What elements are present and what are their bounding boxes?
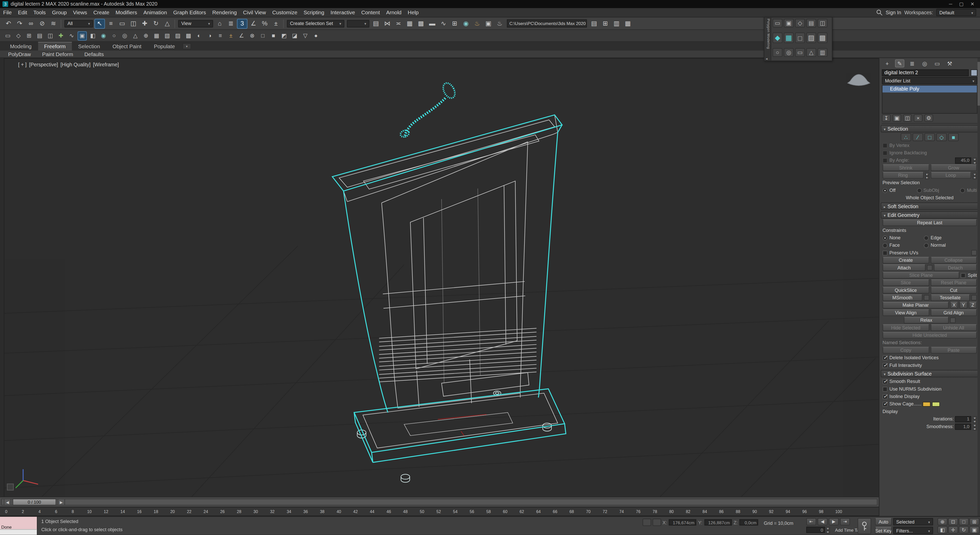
view-align-button[interactable]: View Align: [883, 309, 929, 316]
zoom-icon[interactable]: ⊕: [937, 518, 947, 525]
layer-explorer-icon[interactable]: ▩: [416, 18, 426, 28]
by-angle-checkbox[interactable]: By Angle:: [883, 157, 909, 163]
render-production-icon[interactable]: ♨: [494, 18, 505, 28]
pm-icon[interactable]: ○: [773, 48, 783, 57]
pin-stack-icon[interactable]: ↧: [882, 114, 891, 122]
timeline-ruler[interactable]: 0246810121416182022242628303234363840424…: [0, 507, 879, 516]
smoothness-value[interactable]: 1,0: [955, 423, 971, 429]
current-frame-field[interactable]: 0: [806, 527, 825, 533]
close-button[interactable]: ✕: [970, 1, 974, 7]
go-to-end-icon[interactable]: ⇥: [840, 518, 850, 525]
viewport-label-segment[interactable]: [ + ]: [18, 62, 27, 67]
pm-polygon-icon[interactable]: ▦: [784, 32, 794, 43]
hide-unselected-button[interactable]: Hide Unselected: [883, 332, 977, 338]
menu-item[interactable]: File: [0, 10, 15, 16]
polygon-mode-icon[interactable]: ◇: [936, 133, 947, 141]
isolate-selection-icon[interactable]: [643, 519, 651, 526]
rollout-soft-selection-header[interactable]: Soft Selection: [881, 202, 979, 210]
auto-key-button[interactable]: Auto: [875, 518, 892, 525]
ribbon-icon[interactable]: ▧: [162, 31, 172, 40]
spinner-snap-icon[interactable]: ±: [270, 18, 281, 28]
menu-item[interactable]: Modifiers: [113, 10, 140, 16]
set-key-mode-button[interactable]: Set Key: [875, 527, 892, 534]
detach-button[interactable]: Detach: [934, 264, 977, 271]
tab-populate[interactable]: Populate: [148, 42, 181, 51]
viewport-canvas[interactable]: [4, 59, 879, 497]
unlink-selection-icon[interactable]: ⊘: [37, 18, 48, 28]
ribbon-icon[interactable]: ◇: [14, 31, 23, 40]
menu-item[interactable]: Scripting: [301, 10, 327, 16]
pan-icon[interactable]: ✛: [948, 526, 958, 533]
select-and-scale-icon[interactable]: △: [162, 18, 172, 28]
menu-item[interactable]: Help: [404, 10, 422, 16]
loop-button[interactable]: Loop: [930, 172, 971, 179]
hierarchy-tab-icon[interactable]: ≣: [907, 59, 917, 68]
split-checkbox[interactable]: Split: [961, 273, 977, 278]
play-icon[interactable]: ▶: [829, 518, 838, 525]
frame-spinner[interactable]: [826, 527, 830, 533]
iterations-value[interactable]: 1: [955, 416, 971, 422]
ribbon-icon[interactable]: ◪: [290, 31, 299, 40]
tab-modeling[interactable]: Modeling: [4, 42, 38, 51]
select-and-move-icon[interactable]: ✚: [139, 18, 150, 28]
ribbon-icon[interactable]: ◧: [88, 31, 97, 40]
menu-item[interactable]: Civil View: [240, 10, 269, 16]
constraint-face-radio[interactable]: Face: [883, 242, 923, 248]
z-coordinate-field[interactable]: 0,0cm: [740, 519, 758, 525]
key-selection-dropdown[interactable]: Selected: [893, 518, 933, 525]
menu-item[interactable]: Rendering: [209, 10, 240, 16]
project-folder-field[interactable]: C:\Users\PC\Documents\3ds Max 2020: [507, 19, 587, 27]
msmooth-settings-icon[interactable]: [923, 295, 929, 300]
bind-to-space-warp-icon[interactable]: ≋: [48, 18, 59, 28]
ribbon-panel-label[interactable]: PolyDraw: [3, 51, 37, 57]
ribbon-icon[interactable]: ◐: [194, 31, 204, 40]
ribbon-icon[interactable]: ▦: [152, 31, 161, 40]
reset-plane-button[interactable]: Reset Plane: [930, 279, 977, 286]
menu-item[interactable]: Views: [70, 10, 90, 16]
edit-named-selection-sets-icon[interactable]: ▤: [371, 18, 381, 28]
shrink-button[interactable]: Shrink: [883, 164, 929, 171]
toolbar-extra-icon[interactable]: ▤: [589, 18, 600, 28]
search-icon[interactable]: [876, 10, 882, 16]
ring-spinner[interactable]: [924, 172, 929, 178]
selection-filter-dropdown[interactable]: All: [64, 20, 93, 27]
ribbon-icon[interactable]: ◫: [46, 31, 55, 40]
redo-icon[interactable]: ↷: [14, 18, 25, 28]
minimize-button[interactable]: ─: [949, 1, 952, 7]
smooth-result-checkbox[interactable]: Smooth Result: [883, 379, 920, 384]
tab-object-paint[interactable]: Object Paint: [106, 42, 148, 51]
viewport-label-segment[interactable]: [Perspective]: [29, 62, 58, 67]
ribbon-icon[interactable]: ◩: [280, 31, 289, 40]
slice-button[interactable]: Slice: [883, 279, 929, 286]
named-selection-set-field[interactable]: [347, 20, 369, 27]
tab-selection[interactable]: Selection: [72, 42, 107, 51]
ribbon-panel-label[interactable]: Paint Deform: [37, 51, 79, 57]
ignore-backfacing-checkbox[interactable]: Ignore Backfacing: [883, 150, 927, 156]
time-slider-handle[interactable]: 0 / 100: [13, 498, 56, 505]
ribbon-icon[interactable]: ◑: [205, 31, 215, 40]
remove-modifier-icon[interactable]: ×: [914, 114, 922, 122]
ribbon-icon[interactable]: ■: [269, 31, 278, 40]
menu-item[interactable]: Tools: [30, 10, 49, 16]
ribbon-overflow-icon[interactable]: [183, 43, 191, 49]
ribbon-toggle-icon[interactable]: ▬: [427, 18, 438, 28]
preserve-uvs-checkbox[interactable]: Preserve UVs: [883, 250, 918, 256]
attach-button[interactable]: Attach: [883, 264, 926, 271]
msmooth-button[interactable]: MSmooth: [883, 294, 922, 301]
panel-scrollbar[interactable]: [977, 58, 980, 516]
by-angle-spinner[interactable]: [973, 157, 977, 163]
slice-plane-button[interactable]: Slice Plane: [883, 272, 959, 279]
microphone[interactable]: [400, 81, 457, 138]
loop-spinner[interactable]: [973, 172, 977, 178]
show-cage-checkbox[interactable]: Show Cage......: [883, 401, 921, 407]
x-coordinate-field[interactable]: 176,674cm: [669, 519, 697, 525]
preview-off-radio[interactable]: Off: [883, 187, 896, 193]
pm-icon[interactable]: ▣: [784, 19, 794, 27]
listener-macro-line[interactable]: Done: [0, 517, 37, 529]
menu-item[interactable]: Customize: [269, 10, 301, 16]
select-and-link-icon[interactable]: ∞: [25, 18, 36, 28]
select-by-name-icon[interactable]: ≡: [106, 18, 116, 28]
iterations-spinner[interactable]: [973, 416, 977, 422]
delete-isolated-vertices-checkbox[interactable]: Delete Isolated Vertices: [883, 355, 939, 360]
isoline-display-checkbox[interactable]: Isoline Display: [883, 394, 920, 399]
